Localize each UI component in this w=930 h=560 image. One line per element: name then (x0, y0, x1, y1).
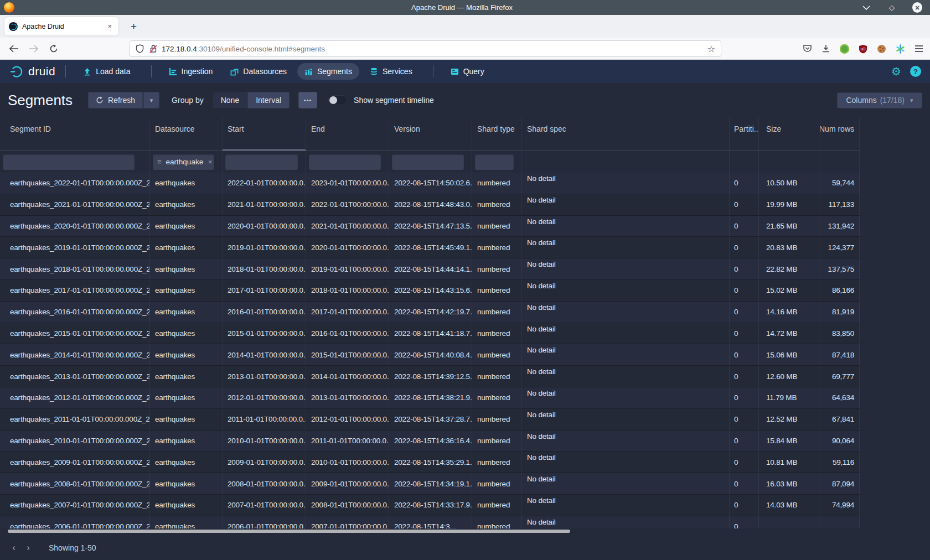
table-row[interactable]: earthquakes_2018-01-01T00:00:00.000Z_2..… (0, 258, 860, 280)
cell-shard-type: numbered (472, 473, 522, 494)
nav-item-ingestion[interactable]: Ingestion (162, 63, 220, 80)
columns-button[interactable]: Columns (17/18) ▾ (837, 92, 922, 108)
nav-item-services[interactable]: Services (363, 63, 420, 80)
refresh-dropdown-button[interactable]: ▾ (143, 92, 159, 108)
column-header-shard-type[interactable]: Shard type (472, 117, 522, 151)
column-header-num-rows[interactable]: Num rows (820, 117, 860, 151)
cell-partition: 0 (730, 473, 759, 494)
close-button[interactable]: × (912, 3, 922, 13)
cell-shard-spec: No detail (522, 452, 730, 473)
column-header-datasource[interactable]: Datasource (150, 117, 223, 151)
column-header-size[interactable]: Size (759, 117, 820, 151)
column-header-segment-id[interactable]: Segment ID (0, 117, 150, 151)
nav-item-datasources[interactable]: Datasources (223, 63, 294, 80)
console-icon (451, 68, 459, 76)
previous-page-button[interactable]: ‹ (7, 541, 21, 555)
extension-asterisk-icon[interactable] (896, 44, 905, 54)
tracking-shield-icon[interactable] (136, 44, 144, 53)
cell-version: 2022-08-15T14:33:17.9... (389, 495, 472, 516)
new-tab-button[interactable]: + (126, 20, 141, 33)
table-row[interactable]: earthquakes_2010-01-01T00:00:00.000Z_2..… (0, 431, 860, 452)
filter-equals-icon: = (157, 158, 162, 166)
help-button[interactable]: ? (910, 66, 921, 77)
table-row[interactable]: earthquakes_2008-01-01T00:00:00.000Z_2..… (0, 473, 860, 495)
browser-tab[interactable]: Apache Druid × (4, 17, 118, 35)
pocket-button[interactable] (803, 44, 812, 53)
extension-green-icon[interactable] (840, 44, 849, 54)
table-row[interactable]: earthquakes_2009-01-01T00:00:00.000Z_2..… (0, 452, 860, 473)
extension-ublock-icon[interactable]: uO (859, 44, 867, 54)
cell-shard-type: numbered (472, 216, 522, 237)
insecure-lock-icon[interactable] (149, 44, 157, 53)
more-options-button[interactable]: ••• (298, 92, 317, 108)
column-header-end[interactable]: End (306, 117, 389, 151)
next-page-button[interactable]: › (21, 541, 35, 555)
back-button[interactable] (7, 42, 21, 56)
filter-input-shard-type[interactable] (475, 154, 514, 170)
nav-divider (151, 65, 152, 77)
druid-logo[interactable]: druid (10, 65, 55, 78)
column-header-partition[interactable]: Partiti... (730, 117, 759, 151)
table-row[interactable]: earthquakes_2013-01-01T00:00:00.000Z_2..… (0, 366, 860, 387)
nav-item-query[interactable]: Query (443, 63, 492, 80)
datasource-filter-tag: earthquake (166, 158, 204, 166)
minimize-button[interactable] (861, 3, 871, 13)
cell-end: 2019-01-01T00:00:00.0... (306, 258, 389, 279)
table-row[interactable]: earthquakes_2022-01-01T00:00:00.000Z_2..… (0, 173, 860, 194)
table-row[interactable]: earthquakes_2016-01-01T00:00:00.000Z_2..… (0, 302, 860, 323)
table-row[interactable]: earthquakes_2011-01-01T00:00:00.000Z_2..… (0, 409, 860, 431)
settings-gear-button[interactable]: ⚙ (891, 66, 901, 77)
bookmark-star-button[interactable]: ☆ (707, 44, 715, 54)
cell-start: 2015-01-01T00:00:00.0... (223, 323, 306, 344)
group-none-button[interactable]: None (213, 92, 247, 108)
table-row[interactable]: earthquakes_2007-01-01T00:00:00.000Z_2..… (0, 495, 860, 516)
cell-datasource: earthquakes (150, 366, 223, 387)
filter-input-datasource[interactable]: =earthquake× (153, 154, 214, 170)
reload-icon (49, 44, 58, 53)
nav-item-load-data[interactable]: Load data (76, 63, 137, 80)
table-row[interactable]: earthquakes_2006-01-01T00:00:00.000Z_2..… (0, 516, 860, 528)
cell-size: 10.81 MB (759, 452, 820, 473)
filter-input-version[interactable] (392, 154, 464, 170)
column-header-start[interactable]: Start (223, 117, 306, 151)
cell-partition: 0 (730, 173, 759, 194)
table-row[interactable]: earthquakes_2021-01-01T00:00:00.000Z_2..… (0, 194, 860, 216)
browser-tab-bar: Apache Druid × + (0, 15, 930, 38)
table-row[interactable]: earthquakes_2015-01-01T00:00:00.000Z_2..… (0, 323, 860, 345)
svg-text:uO: uO (861, 46, 866, 50)
cell-datasource: earthquakes (150, 323, 223, 344)
table-row[interactable]: earthquakes_2014-01-01T00:00:00.000Z_2..… (0, 344, 860, 366)
downloads-button[interactable] (822, 44, 830, 53)
filter-input-start[interactable] (225, 154, 298, 170)
druid-favicon-icon (9, 22, 18, 31)
filter-input-segment-id[interactable] (3, 154, 135, 170)
cell-shard-spec: No detail (522, 495, 730, 516)
cell-shard-spec: No detail (522, 173, 730, 194)
reload-button[interactable] (46, 42, 61, 56)
filter-tag-remove-button[interactable]: × (208, 158, 212, 166)
forward-button[interactable] (27, 42, 41, 56)
horizontal-scrollbar[interactable] (0, 530, 930, 533)
refresh-button[interactable]: Refresh (88, 92, 143, 108)
table-row[interactable]: earthquakes_2019-01-01T00:00:00.000Z_2..… (0, 237, 860, 258)
cell-end: 2015-01-01T00:00:00.0... (306, 344, 389, 365)
refresh-icon (96, 96, 104, 104)
maximize-button[interactable]: ◇ (887, 3, 897, 13)
table-row[interactable]: earthquakes_2017-01-01T00:00:00.000Z_2..… (0, 280, 860, 302)
segment-timeline-toggle[interactable] (328, 95, 347, 105)
group-interval-button[interactable]: Interval (247, 92, 290, 108)
tab-close-button[interactable]: × (105, 21, 114, 32)
table-row[interactable]: earthquakes_2020-01-01T00:00:00.000Z_2..… (0, 216, 860, 237)
url-bar[interactable]: 172.18.0.4:30109/unified-console.html#se… (130, 40, 721, 57)
menu-button[interactable] (914, 45, 923, 53)
column-header-version[interactable]: Version (389, 117, 472, 151)
segments-table: Segment ID Datasource Start End Version … (0, 117, 930, 528)
nav-item-segments[interactable]: Segments (297, 63, 359, 80)
cell-version: 2022-08-15T14:41:18.7... (389, 323, 472, 344)
cell-datasource: earthquakes (150, 237, 223, 258)
column-header-shard-spec[interactable]: Shard spec (522, 117, 730, 151)
filter-input-end[interactable] (309, 154, 381, 170)
table-row[interactable]: earthquakes_2012-01-01T00:00:00.000Z_2..… (0, 387, 860, 409)
extension-cookie-icon[interactable] (877, 44, 886, 54)
scrollbar-thumb[interactable] (8, 530, 570, 533)
